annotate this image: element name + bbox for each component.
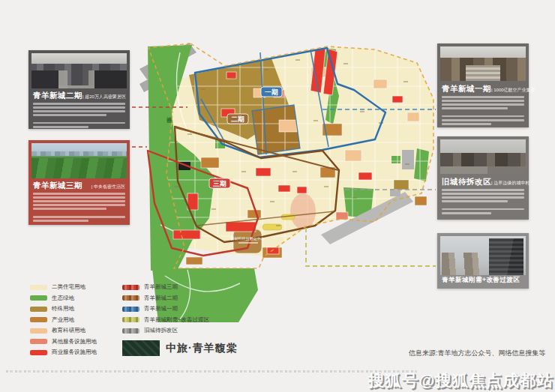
legend-item: 商业服务设施用地 xyxy=(30,347,97,358)
callout-phase3: 青羊新城三期 | 中央低密生活区 xyxy=(28,140,130,225)
incubator-subline xyxy=(238,242,258,244)
legend-item: 其他服务设施用地 xyxy=(30,337,97,348)
project-highlight xyxy=(290,193,316,229)
legend-swatch xyxy=(122,285,140,290)
callout-tag: | 边界边缘的城中村 xyxy=(491,180,530,187)
watermark-text: 搜狐号@搜狐焦点成都站 xyxy=(368,370,554,391)
transition-photo xyxy=(440,236,526,275)
legend-swatch xyxy=(30,339,47,344)
legend-swatch xyxy=(30,328,47,334)
callout-title: 青羊新城刚需+改善过渡区 xyxy=(442,276,520,285)
legend-swatch xyxy=(122,328,140,334)
callout-head: 青羊新城三期 | 中央低密生活区 xyxy=(33,181,125,191)
brand-logo-image xyxy=(122,340,160,356)
callout-title: 旧城待拆改区 xyxy=(442,177,491,187)
callout-tag: | 1000亿航空产业集群 xyxy=(491,87,536,94)
phase2-photo xyxy=(32,53,127,88)
phase2-badge: 二期 xyxy=(227,114,248,124)
callout-title: 青羊新城二期 xyxy=(33,91,82,101)
callout-tag: | 中央低密生活区 xyxy=(92,184,125,190)
brand-logo-text: 中旅·青羊馥棠 xyxy=(166,342,238,355)
info-source-text: 信息来源:青羊地方志公众号、网络信息搜集等 xyxy=(409,349,546,358)
callout-body-text xyxy=(442,189,524,216)
legend-item: 青羊新城一期 xyxy=(122,304,209,315)
legend-item: 旧城待拆改区 xyxy=(122,325,209,337)
callout-body-text xyxy=(33,103,125,130)
legend-land-use: 二类住宅用地 生态绿地 特殊用地 产业用地 教育科研用地 其他服务设施用地 商业… xyxy=(30,282,97,358)
legend-swatch xyxy=(122,317,140,322)
brand-logo: 中旅·青羊馥棠 xyxy=(122,340,238,356)
callout-tag: | 超20万人高密聚居区 xyxy=(82,94,126,100)
legend-swatch xyxy=(122,307,140,312)
legend-swatch xyxy=(122,295,140,301)
phase3-photo xyxy=(32,143,127,178)
callout-transition: 青羊新城刚需+改善过渡区 xyxy=(437,233,529,289)
callout-head: 青羊新城一期 | 1000亿航空产业集群 xyxy=(442,84,524,94)
phase1-photo xyxy=(440,46,526,81)
incubator-label: 新材料科技孵化中心 xyxy=(231,236,265,241)
legend-swatch xyxy=(30,350,47,355)
legend-item: 青羊新城刚需+改善过渡区 xyxy=(122,315,209,326)
legend-item: 生态绿地 xyxy=(30,293,97,304)
callout-body-text xyxy=(442,96,524,127)
legend-item: 二类住宅用地 xyxy=(30,282,97,293)
phase1-badge: 一期 xyxy=(261,87,282,97)
oldtown-photo xyxy=(440,139,526,174)
masterplan-infographic: { "page": {"background": "#f1f0ee"}, "ma… xyxy=(0,0,555,392)
legend-swatch xyxy=(30,317,47,322)
disclaimer-fineprint xyxy=(6,370,417,373)
svg-text:一期: 一期 xyxy=(265,88,278,96)
callout-head: 青羊新城二期 | 超20万人高密聚居区 xyxy=(33,91,125,101)
legend-item: 青羊新城二期 xyxy=(122,293,209,304)
legend-zones: 青羊新城三期 青羊新城二期 青羊新城一期 青羊新城刚需+改善过渡区 旧城待拆改区 xyxy=(122,282,209,337)
callout-head: 旧城待拆改区 | 边界边缘的城中村 xyxy=(442,177,524,187)
svg-text:三期: 三期 xyxy=(213,180,226,187)
legend-item: 产业用地 xyxy=(30,315,97,326)
legend-swatch xyxy=(30,285,47,290)
legend-swatch xyxy=(30,295,47,301)
callout-phase2: 青羊新城二期 | 超20万人高密聚居区 xyxy=(28,50,130,129)
legend-item: 教育科研用地 xyxy=(30,325,97,337)
legend-swatch xyxy=(30,307,47,312)
callout-phase1: 青羊新城一期 | 1000亿航空产业集群 xyxy=(437,43,529,127)
callout-title: 青羊新城一期 xyxy=(442,84,491,94)
callout-body-text xyxy=(33,193,125,223)
svg-text:二期: 二期 xyxy=(231,115,244,123)
phase3-badge: 三期 xyxy=(209,178,230,188)
callout-title: 青羊新城三期 xyxy=(33,181,82,191)
legend-item: 特殊用地 xyxy=(30,304,97,315)
callout-oldtown: 旧城待拆改区 | 边界边缘的城中村 xyxy=(437,136,529,220)
legend-item: 青羊新城三期 xyxy=(122,282,209,293)
